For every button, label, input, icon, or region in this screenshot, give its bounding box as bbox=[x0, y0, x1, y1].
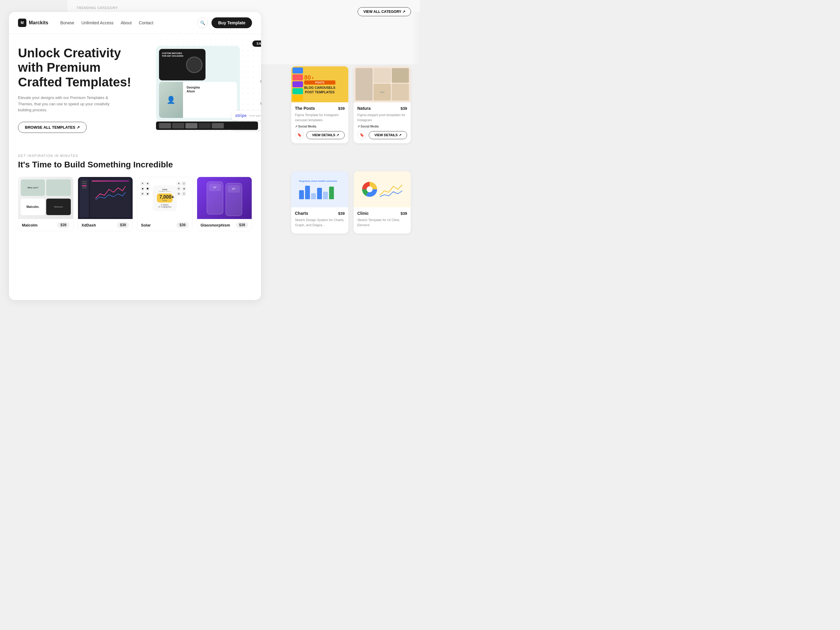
navbar: M Marckits Borwse Unlimited Access About… bbox=[9, 12, 261, 34]
mockup-bottom-strip bbox=[156, 122, 258, 130]
main-content-card: M Marckits Borwse Unlimited Access About… bbox=[9, 12, 261, 300]
product-card-charts: Regularly check health outcomes Charts $… bbox=[291, 171, 349, 234]
natura-tag: ↗ Social Media bbox=[357, 125, 407, 128]
charts-body: Charts $39 Sketch Design System for Char… bbox=[291, 207, 348, 234]
right-fade-overlay bbox=[411, 12, 420, 315]
clinic-name: Clinic bbox=[357, 211, 369, 216]
glassmorphism-price: $39 bbox=[236, 222, 248, 228]
hero-text: Unlock Creativity with Premium Crafted T… bbox=[18, 46, 132, 133]
browse-templates-button[interactable]: BROWSE ALL TEMPLATES ↗ bbox=[18, 122, 87, 133]
posts-desc: Figma Template for Instagram carousel te… bbox=[295, 112, 345, 122]
mockup-watch-card: CUSTOM WATCHES FOR ANY OCCASION bbox=[159, 49, 205, 81]
nav-link-browse[interactable]: Borwse bbox=[60, 21, 74, 25]
product-card-posts: 80 + POSTS BLOG CAROUSELSPOST TEMPLATES … bbox=[291, 66, 349, 144]
posts-thumbnail: 80 + POSTS BLOG CAROUSELSPOST TEMPLATES bbox=[291, 66, 348, 102]
mockup-profile-card: 👤 GeorginaAlson bbox=[159, 82, 237, 118]
clinic-price: $39 bbox=[401, 211, 407, 216]
natura-bookmark-button[interactable]: 🔖 bbox=[357, 131, 366, 139]
natura-name: Natura bbox=[357, 106, 371, 111]
bottom-product-cards: Regularly check health outcomes Charts $… bbox=[291, 171, 411, 234]
posts-price: $39 bbox=[338, 106, 345, 111]
clinic-thumbnail bbox=[354, 171, 411, 207]
nav-link-about[interactable]: About bbox=[121, 21, 132, 25]
clinic-line-chart bbox=[380, 180, 404, 198]
sale-badge: SALE bbox=[252, 41, 261, 47]
profile-image: 👤 bbox=[159, 82, 183, 118]
stripe-element: stripe Stripe gateway bbox=[232, 111, 261, 120]
logo: M Marckits bbox=[18, 19, 48, 27]
mockup-main-card: CUSTOM WATCHES FOR ANY OCCASION 👤 Georgi… bbox=[156, 46, 240, 121]
charts-desc: Sketch Design System for Charts, Graph, … bbox=[295, 218, 345, 227]
buy-template-button[interactable]: Buy Template bbox=[212, 17, 252, 28]
nav-link-contact[interactable]: Contact bbox=[139, 21, 153, 25]
logo-icon: M bbox=[18, 19, 27, 27]
xddash-thumbnail bbox=[78, 177, 133, 219]
hero-description: Elevate your designs with our Premium Te… bbox=[18, 95, 114, 114]
template-card-solar[interactable]: ☀ ★ ◆ ⬟ ⊕ ◉ Solar Freebie VOL.1 7,000+ i… bbox=[137, 177, 193, 231]
glassmorphism-footer: Glassmorphism $39 bbox=[197, 219, 252, 231]
xddash-name: XdDash bbox=[82, 223, 96, 227]
nav-link-unlimited[interactable]: Unlimited Access bbox=[82, 21, 114, 25]
clinic-desc: Sketch Template for UI Clinic Element bbox=[357, 218, 407, 227]
solar-name: Solar bbox=[141, 223, 151, 227]
search-button[interactable]: 🔍 bbox=[197, 17, 208, 28]
clinic-body: Clinic $39 Sketch Template for UI Clinic… bbox=[354, 207, 411, 234]
view-all-category-button[interactable]: VIEW ALL CATEGORY ↗ bbox=[358, 7, 411, 16]
charts-thumbnail: Regularly check health outcomes bbox=[291, 171, 348, 207]
natura-desc: Figma elegant post templates for Instagr… bbox=[357, 112, 407, 122]
inspiration-section: GET INSPIRATION IN MINUTES It's Time to … bbox=[9, 142, 261, 237]
natura-body: Natura $39 Figma elegant post templates … bbox=[354, 102, 411, 143]
xddash-price: $39 bbox=[117, 222, 129, 228]
product-cards-section: 80 + POSTS BLOG CAROUSELSPOST TEMPLATES … bbox=[291, 66, 411, 144]
posts-bookmark-button[interactable]: 🔖 bbox=[295, 131, 304, 139]
product-card-clinic: Clinic $39 Sketch Template for UI Clinic… bbox=[354, 171, 411, 234]
template-card-xddash[interactable]: XdDash $39 bbox=[78, 177, 133, 231]
inspiration-title: It's Time to Build Something Incredible bbox=[18, 160, 252, 169]
malcolm-thumbnail: Who are? Malcolm. Welcome bbox=[18, 177, 73, 219]
posts-name: The Posts bbox=[295, 106, 315, 111]
posts-tag: ↗ Social Media bbox=[295, 125, 345, 128]
hero-section: Unlock Creativity with Premium Crafted T… bbox=[9, 34, 261, 142]
nav-links: Borwse Unlimited Access About Contact bbox=[60, 21, 191, 25]
natura-thumbnail: URA bbox=[354, 66, 411, 102]
glassmorphism-name: Glassmorphism bbox=[201, 223, 230, 227]
natura-price: $39 bbox=[401, 106, 407, 111]
malcolm-name: Malcolm bbox=[22, 223, 38, 227]
template-card-glassmorphism[interactable]: 19° 20° Glassmorphism $39 bbox=[197, 177, 252, 231]
product-card-natura: URA Natura $39 Figma elegant post templa… bbox=[354, 66, 411, 144]
malcolm-footer: Malcolm $39 bbox=[18, 219, 73, 231]
posts-view-details-button[interactable]: VIEW DETAILS ↗ bbox=[306, 131, 345, 139]
charts-price: $39 bbox=[338, 211, 345, 216]
solar-price: $39 bbox=[177, 222, 188, 228]
clinic-pie-chart bbox=[361, 180, 379, 198]
template-card-malcolm[interactable]: Who are? Malcolm. Welcome Malcolm $39 bbox=[18, 177, 74, 231]
hero-mockup: CUSTOM WATCHES FOR ANY OCCASION 👤 Georgi… bbox=[150, 37, 261, 133]
xddash-footer: XdDash $39 bbox=[78, 219, 133, 231]
solar-footer: Solar $39 bbox=[137, 219, 192, 231]
natura-view-details-button[interactable]: VIEW DETAILS ↗ bbox=[369, 131, 407, 139]
nav-actions: 🔍 Buy Template bbox=[197, 17, 252, 28]
inspiration-label: GET INSPIRATION IN MINUTES bbox=[18, 154, 252, 158]
logo-text: Marckits bbox=[29, 20, 48, 25]
template-cards-row: Who are? Malcolm. Welcome Malcolm $39 bbox=[18, 177, 252, 231]
solar-thumbnail: ☀ ★ ◆ ⬟ ⊕ ◉ Solar Freebie VOL.1 7,000+ i… bbox=[137, 177, 192, 219]
glassmorphism-thumbnail: 19° 20° bbox=[197, 177, 252, 219]
hero-heading: Unlock Creativity with Premium Crafted T… bbox=[18, 46, 132, 89]
profile-info: GeorginaAlson bbox=[183, 82, 237, 118]
svg-point-25 bbox=[366, 186, 373, 192]
charts-name: Charts bbox=[295, 211, 308, 216]
watch-circle bbox=[186, 57, 202, 73]
posts-body: The Posts $39 Figma Template for Instagr… bbox=[291, 102, 348, 143]
malcolm-price: $39 bbox=[57, 222, 69, 228]
